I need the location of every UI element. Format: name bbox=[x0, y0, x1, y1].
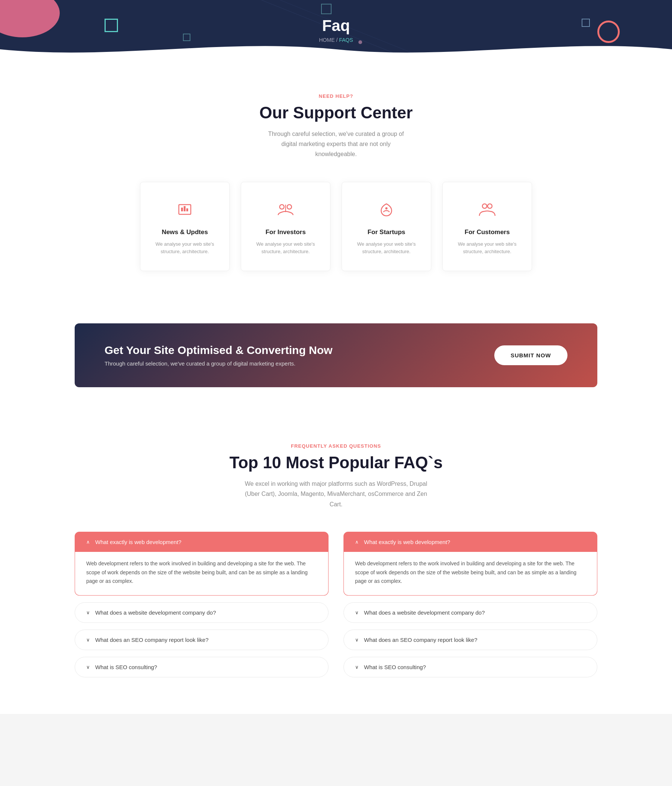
faq-right-question-1[interactable]: ∨ What does a website development compan… bbox=[344, 603, 597, 623]
faq-left-question-text-2: What does an SEO company report look lik… bbox=[95, 637, 209, 643]
cta-banner: Get Your Site Optimised & Converting Now… bbox=[75, 323, 597, 387]
hero-wave bbox=[0, 38, 672, 60]
hero-section: Faq HOME / FAQS bbox=[0, 0, 672, 60]
faq-columns: ∧ What exactly is web development? Web d… bbox=[75, 532, 597, 684]
svg-point-6 bbox=[279, 204, 284, 209]
faq-label: FREQUENTLY ASKED QUESTIONS bbox=[75, 443, 597, 449]
svg-rect-4 bbox=[184, 206, 185, 211]
cta-text-block: Get Your Site Optimised & Converting Now… bbox=[105, 344, 333, 367]
faq-right-item-3[interactable]: ∨ What is SEO consulting? bbox=[344, 657, 597, 678]
customers-icon bbox=[454, 201, 520, 221]
svg-rect-5 bbox=[186, 208, 188, 211]
chevron-down-icon-r1: ∨ bbox=[355, 610, 359, 615]
hero-title: Faq bbox=[322, 17, 350, 35]
card-investors-title: For Investors bbox=[252, 228, 319, 236]
faq-right-question-text-0: What exactly is web development? bbox=[364, 539, 450, 545]
svg-point-11 bbox=[488, 204, 492, 208]
faq-left-question-1[interactable]: ∨ What does a website development compan… bbox=[75, 603, 328, 623]
faq-right-answer-0: Web development refers to the work invol… bbox=[344, 552, 597, 595]
submit-now-button[interactable]: SUBMIT NOW bbox=[494, 345, 567, 365]
faq-left-item-2[interactable]: ∨ What does an SEO company report look l… bbox=[75, 630, 328, 650]
faq-right-question-text-1: What does a website development company … bbox=[364, 609, 485, 616]
support-label: NEED HELP? bbox=[75, 93, 597, 99]
card-customers-desc: We analyse your web site's structure, ar… bbox=[454, 241, 520, 256]
faq-left-question-text-0: What exactly is web development? bbox=[95, 539, 181, 545]
main-content: NEED HELP? Our Support Center Through ca… bbox=[0, 60, 672, 714]
startups-icon bbox=[353, 201, 420, 221]
faq-right-item-1[interactable]: ∨ What does a website development compan… bbox=[344, 602, 597, 623]
teal-square-decoration bbox=[105, 19, 118, 32]
card-investors-desc: We analyse your web site's structure, ar… bbox=[252, 241, 319, 256]
faq-right-question-text-3: What is SEO consulting? bbox=[364, 664, 426, 670]
faq-right-column: ∧ What exactly is web development? Web d… bbox=[344, 532, 597, 684]
faq-left-question-0[interactable]: ∧ What exactly is web development? bbox=[75, 532, 328, 552]
faq-right-question-0[interactable]: ∧ What exactly is web development? bbox=[344, 532, 597, 552]
news-icon bbox=[152, 201, 218, 221]
chevron-down-icon-2: ∨ bbox=[86, 637, 90, 643]
faq-section: FREQUENTLY ASKED QUESTIONS Top 10 Most P… bbox=[0, 410, 672, 714]
cta-section: Get Your Site Optimised & Converting Now… bbox=[0, 301, 672, 410]
card-startups-title: For Startups bbox=[353, 228, 420, 236]
chevron-up-icon-right: ∧ bbox=[355, 539, 359, 545]
faq-left-item-0[interactable]: ∧ What exactly is web development? Web d… bbox=[75, 532, 328, 596]
svg-point-10 bbox=[482, 204, 487, 208]
cta-desc: Through careful selection, we've curated… bbox=[105, 360, 333, 367]
faq-left-answer-0: Web development refers to the work invol… bbox=[75, 552, 328, 595]
faq-left-column: ∧ What exactly is web development? Web d… bbox=[75, 532, 328, 684]
investors-icon bbox=[252, 201, 319, 221]
card-news: News & Updtes We analyse your web site's… bbox=[140, 182, 229, 272]
cta-title: Get Your Site Optimised & Converting Now bbox=[105, 344, 333, 357]
card-news-title: News & Updtes bbox=[152, 228, 218, 236]
pink-blob-decoration bbox=[0, 0, 60, 37]
faq-right-question-text-2: What does an SEO company report look lik… bbox=[364, 637, 477, 643]
svg-rect-3 bbox=[181, 208, 183, 211]
card-customers: For Customers We analyse your web site's… bbox=[443, 182, 532, 272]
faq-left-question-text-1: What does a website development company … bbox=[95, 609, 216, 616]
card-startups: For Startups We analyse your web site's … bbox=[342, 182, 431, 272]
card-startups-desc: We analyse your web site's structure, ar… bbox=[353, 241, 420, 256]
svg-point-7 bbox=[287, 204, 292, 209]
chevron-up-icon: ∧ bbox=[86, 539, 90, 545]
faq-right-item-0[interactable]: ∧ What exactly is web development? Web d… bbox=[344, 532, 597, 596]
faq-desc: We excel in working with major platforms… bbox=[243, 479, 429, 509]
card-news-desc: We analyse your web site's structure, ar… bbox=[152, 241, 218, 256]
faq-left-question-2[interactable]: ∨ What does an SEO company report look l… bbox=[75, 630, 328, 650]
faq-title: Top 10 Most Popular FAQ`s bbox=[75, 453, 597, 472]
card-customers-title: For Customers bbox=[454, 228, 520, 236]
faq-left-item-1[interactable]: ∨ What does a website development compan… bbox=[75, 602, 328, 623]
chevron-down-icon-r2: ∨ bbox=[355, 637, 359, 643]
faq-left-question-text-3: What is SEO consulting? bbox=[95, 664, 157, 670]
faq-left-question-3[interactable]: ∨ What is SEO consulting? bbox=[75, 657, 328, 677]
svg-point-9 bbox=[385, 207, 388, 209]
chevron-down-icon-r3: ∨ bbox=[355, 664, 359, 670]
support-title: Our Support Center bbox=[75, 104, 597, 122]
faq-right-question-3[interactable]: ∨ What is SEO consulting? bbox=[344, 657, 597, 677]
faq-right-question-2[interactable]: ∨ What does an SEO company report look l… bbox=[344, 630, 597, 650]
support-desc: Through careful selection, we've curated… bbox=[261, 129, 411, 159]
dark-square-decoration-1 bbox=[321, 4, 331, 14]
cards-grid: News & Updtes We analyse your web site's… bbox=[75, 182, 597, 272]
faq-right-item-2[interactable]: ∨ What does an SEO company report look l… bbox=[344, 630, 597, 650]
card-investors: For Investors We analyse your web site's… bbox=[241, 182, 330, 272]
faq-header: FREQUENTLY ASKED QUESTIONS Top 10 Most P… bbox=[75, 443, 597, 509]
faq-left-item-3[interactable]: ∨ What is SEO consulting? bbox=[75, 657, 328, 678]
outline-square-decoration bbox=[582, 19, 590, 27]
chevron-down-icon-3: ∨ bbox=[86, 664, 90, 670]
chevron-down-icon: ∨ bbox=[86, 610, 90, 615]
support-section: NEED HELP? Our Support Center Through ca… bbox=[0, 60, 672, 301]
